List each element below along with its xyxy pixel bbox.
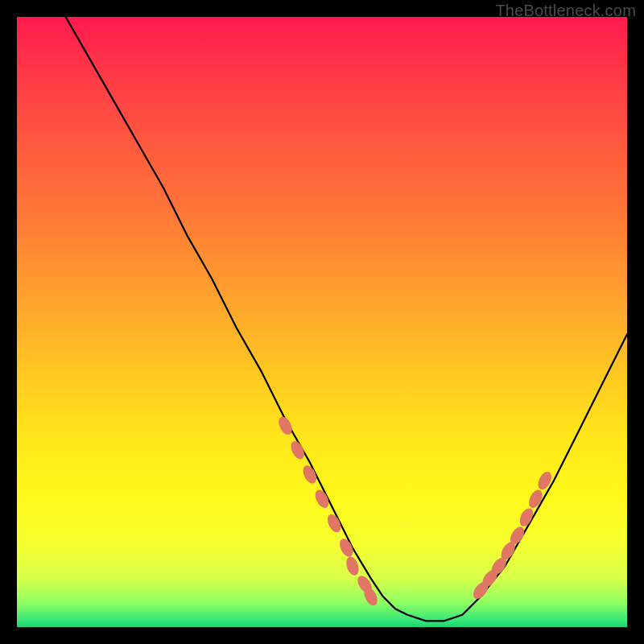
marker-group-right bbox=[470, 469, 554, 601]
bottleneck-curve bbox=[66, 17, 627, 621]
chart-plot-area bbox=[17, 17, 627, 627]
curve-marker bbox=[535, 469, 554, 492]
curve-marker bbox=[288, 439, 307, 461]
chart-frame: TheBottleneck.com bbox=[0, 0, 644, 644]
chart-svg bbox=[17, 17, 627, 627]
curve-marker bbox=[526, 488, 545, 510]
curve-marker bbox=[276, 415, 295, 437]
marker-group-left bbox=[276, 415, 380, 608]
watermark-text: TheBottleneck.com bbox=[495, 2, 636, 20]
